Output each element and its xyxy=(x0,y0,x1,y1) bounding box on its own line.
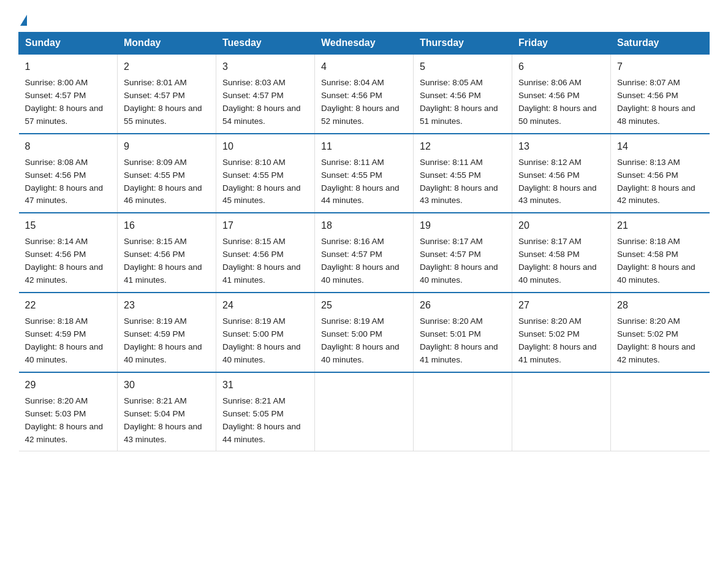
calendar-day-cell: 6 Sunrise: 8:06 AMSunset: 4:56 PMDayligh… xyxy=(512,54,611,134)
calendar-day-cell: 7 Sunrise: 8:07 AMSunset: 4:56 PMDayligh… xyxy=(611,54,710,134)
day-number: 5 xyxy=(420,59,506,74)
day-number: 14 xyxy=(617,139,703,154)
day-info: Sunrise: 8:15 AMSunset: 4:56 PMDaylight:… xyxy=(222,236,308,287)
calendar-day-cell: 23 Sunrise: 8:19 AMSunset: 4:59 PMDaylig… xyxy=(118,293,216,372)
calendar-day-cell: 21 Sunrise: 8:18 AMSunset: 4:58 PMDaylig… xyxy=(611,213,710,293)
weekday-header-saturday: Saturday xyxy=(611,33,710,55)
day-info: Sunrise: 8:18 AMSunset: 4:58 PMDaylight:… xyxy=(617,236,703,287)
calendar-day-cell: 3 Sunrise: 8:03 AMSunset: 4:57 PMDayligh… xyxy=(216,54,315,134)
day-info: Sunrise: 8:01 AMSunset: 4:57 PMDaylight:… xyxy=(124,77,210,128)
day-number: 20 xyxy=(518,218,604,233)
calendar-day-cell: 19 Sunrise: 8:17 AMSunset: 4:57 PMDaylig… xyxy=(414,213,512,293)
day-info: Sunrise: 8:18 AMSunset: 4:59 PMDaylight:… xyxy=(25,315,112,367)
calendar-day-cell: 17 Sunrise: 8:15 AMSunset: 4:56 PMDaylig… xyxy=(216,213,315,293)
day-info: Sunrise: 8:21 AMSunset: 5:04 PMDaylight:… xyxy=(124,395,210,446)
calendar-day-cell: 29 Sunrise: 8:20 AMSunset: 5:03 PMDaylig… xyxy=(19,372,118,451)
weekday-header-row: SundayMondayTuesdayWednesdayThursdayFrid… xyxy=(19,33,710,55)
day-number: 13 xyxy=(518,139,604,154)
day-number: 3 xyxy=(222,59,308,74)
day-info: Sunrise: 8:05 AMSunset: 4:56 PMDaylight:… xyxy=(420,77,506,128)
day-info: Sunrise: 8:14 AMSunset: 4:56 PMDaylight:… xyxy=(25,236,112,287)
calendar-day-cell: 1 Sunrise: 8:00 AMSunset: 4:57 PMDayligh… xyxy=(19,54,118,134)
day-number: 15 xyxy=(25,218,112,233)
calendar-day-cell: 31 Sunrise: 8:21 AMSunset: 5:05 PMDaylig… xyxy=(216,372,315,451)
calendar-day-cell: 4 Sunrise: 8:04 AMSunset: 4:56 PMDayligh… xyxy=(315,54,414,134)
day-info: Sunrise: 8:04 AMSunset: 4:56 PMDaylight:… xyxy=(321,77,407,128)
day-info: Sunrise: 8:06 AMSunset: 4:56 PMDaylight:… xyxy=(518,77,604,128)
day-number: 8 xyxy=(25,139,112,154)
calendar-day-cell: 2 Sunrise: 8:01 AMSunset: 4:57 PMDayligh… xyxy=(118,54,216,134)
day-number: 23 xyxy=(124,298,210,313)
calendar-day-cell xyxy=(414,372,512,451)
calendar-day-cell: 8 Sunrise: 8:08 AMSunset: 4:56 PMDayligh… xyxy=(19,134,118,213)
day-number: 22 xyxy=(25,298,112,313)
calendar-day-cell: 10 Sunrise: 8:10 AMSunset: 4:55 PMDaylig… xyxy=(216,134,315,213)
calendar-day-cell: 12 Sunrise: 8:11 AMSunset: 4:55 PMDaylig… xyxy=(414,134,512,213)
calendar-day-cell: 13 Sunrise: 8:12 AMSunset: 4:56 PMDaylig… xyxy=(512,134,611,213)
calendar-day-cell: 14 Sunrise: 8:13 AMSunset: 4:56 PMDaylig… xyxy=(611,134,710,213)
day-info: Sunrise: 8:20 AMSunset: 5:01 PMDaylight:… xyxy=(420,315,506,367)
day-number: 29 xyxy=(25,378,112,393)
day-info: Sunrise: 8:10 AMSunset: 4:55 PMDaylight:… xyxy=(222,156,308,208)
day-info: Sunrise: 8:17 AMSunset: 4:58 PMDaylight:… xyxy=(518,236,604,287)
calendar-day-cell xyxy=(611,372,710,451)
day-number: 28 xyxy=(617,298,703,313)
calendar-day-cell xyxy=(512,372,611,451)
calendar-week-row: 1 Sunrise: 8:00 AMSunset: 4:57 PMDayligh… xyxy=(19,54,710,134)
day-info: Sunrise: 8:09 AMSunset: 4:55 PMDaylight:… xyxy=(124,156,210,208)
weekday-header-friday: Friday xyxy=(512,33,611,55)
calendar-week-row: 29 Sunrise: 8:20 AMSunset: 5:03 PMDaylig… xyxy=(19,372,710,451)
day-info: Sunrise: 8:07 AMSunset: 4:56 PMDaylight:… xyxy=(617,77,703,128)
day-info: Sunrise: 8:20 AMSunset: 5:02 PMDaylight:… xyxy=(617,315,703,367)
logo xyxy=(18,12,27,26)
day-number: 21 xyxy=(617,218,703,233)
day-number: 31 xyxy=(222,378,308,393)
weekday-header-monday: Monday xyxy=(118,33,216,55)
day-info: Sunrise: 8:19 AMSunset: 4:59 PMDaylight:… xyxy=(124,315,210,367)
day-number: 19 xyxy=(420,218,506,233)
weekday-header-wednesday: Wednesday xyxy=(315,33,414,55)
day-number: 12 xyxy=(420,139,506,154)
day-info: Sunrise: 8:13 AMSunset: 4:56 PMDaylight:… xyxy=(617,156,703,208)
calendar-week-row: 8 Sunrise: 8:08 AMSunset: 4:56 PMDayligh… xyxy=(19,134,710,213)
day-info: Sunrise: 8:17 AMSunset: 4:57 PMDaylight:… xyxy=(420,236,506,287)
day-number: 26 xyxy=(420,298,506,313)
calendar-day-cell: 22 Sunrise: 8:18 AMSunset: 4:59 PMDaylig… xyxy=(19,293,118,372)
day-info: Sunrise: 8:21 AMSunset: 5:05 PMDaylight:… xyxy=(222,395,308,446)
weekday-header-tuesday: Tuesday xyxy=(216,33,315,55)
calendar-day-cell xyxy=(315,372,414,451)
day-info: Sunrise: 8:15 AMSunset: 4:56 PMDaylight:… xyxy=(124,236,210,287)
day-number: 7 xyxy=(617,59,703,74)
day-number: 1 xyxy=(25,59,112,74)
day-number: 18 xyxy=(321,218,407,233)
day-info: Sunrise: 8:11 AMSunset: 4:55 PMDaylight:… xyxy=(321,156,407,208)
calendar-day-cell: 18 Sunrise: 8:16 AMSunset: 4:57 PMDaylig… xyxy=(315,213,414,293)
calendar-day-cell: 9 Sunrise: 8:09 AMSunset: 4:55 PMDayligh… xyxy=(118,134,216,213)
calendar-day-cell: 27 Sunrise: 8:20 AMSunset: 5:02 PMDaylig… xyxy=(512,293,611,372)
calendar-day-cell: 30 Sunrise: 8:21 AMSunset: 5:04 PMDaylig… xyxy=(118,372,216,451)
calendar-day-cell: 25 Sunrise: 8:19 AMSunset: 5:00 PMDaylig… xyxy=(315,293,414,372)
day-info: Sunrise: 8:20 AMSunset: 5:02 PMDaylight:… xyxy=(518,315,604,367)
weekday-header-thursday: Thursday xyxy=(414,33,512,55)
day-number: 17 xyxy=(222,218,308,233)
day-info: Sunrise: 8:19 AMSunset: 5:00 PMDaylight:… xyxy=(321,315,407,367)
calendar-day-cell: 16 Sunrise: 8:15 AMSunset: 4:56 PMDaylig… xyxy=(118,213,216,293)
day-number: 30 xyxy=(124,378,210,393)
calendar-day-cell: 24 Sunrise: 8:19 AMSunset: 5:00 PMDaylig… xyxy=(216,293,315,372)
calendar-day-cell: 15 Sunrise: 8:14 AMSunset: 4:56 PMDaylig… xyxy=(19,213,118,293)
day-number: 6 xyxy=(518,59,604,74)
day-number: 2 xyxy=(124,59,210,74)
day-number: 24 xyxy=(222,298,308,313)
calendar-day-cell: 26 Sunrise: 8:20 AMSunset: 5:01 PMDaylig… xyxy=(414,293,512,372)
day-info: Sunrise: 8:00 AMSunset: 4:57 PMDaylight:… xyxy=(25,77,112,128)
day-info: Sunrise: 8:03 AMSunset: 4:57 PMDaylight:… xyxy=(222,77,308,128)
day-info: Sunrise: 8:08 AMSunset: 4:56 PMDaylight:… xyxy=(25,156,112,208)
calendar-table: SundayMondayTuesdayWednesdayThursdayFrid… xyxy=(18,32,710,451)
calendar-day-cell: 11 Sunrise: 8:11 AMSunset: 4:55 PMDaylig… xyxy=(315,134,414,213)
day-number: 9 xyxy=(124,139,210,154)
day-number: 11 xyxy=(321,139,407,154)
calendar-day-cell: 28 Sunrise: 8:20 AMSunset: 5:02 PMDaylig… xyxy=(611,293,710,372)
calendar-week-row: 15 Sunrise: 8:14 AMSunset: 4:56 PMDaylig… xyxy=(19,213,710,293)
day-number: 25 xyxy=(321,298,407,313)
calendar-day-cell: 5 Sunrise: 8:05 AMSunset: 4:56 PMDayligh… xyxy=(414,54,512,134)
